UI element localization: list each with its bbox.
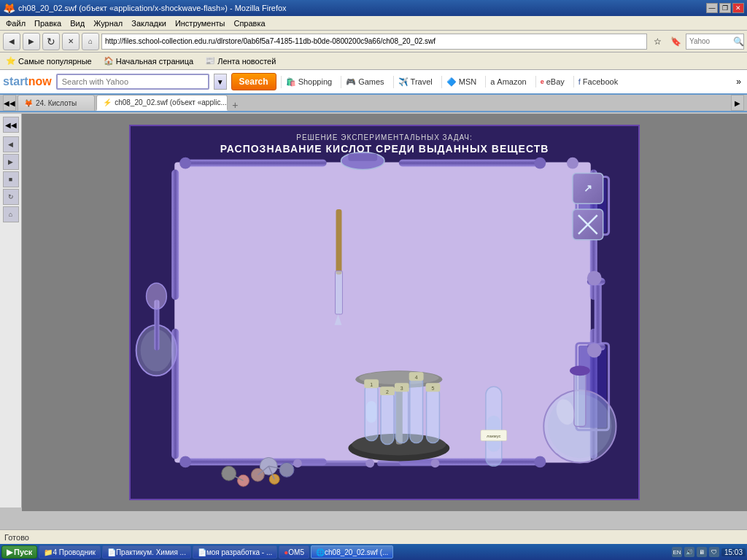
svg-rect-75 [574,372,586,426]
menu-edit[interactable]: Правка [30,18,66,29]
back-button[interactable]: ◀ [3,33,20,50]
tab-1-acids[interactable]: 🦊 24. Кислоты ✕ [18,95,95,111]
games-link[interactable]: 🎮 Games [341,76,388,88]
tray-network[interactable]: 🖥 [697,547,707,557]
menubar: Файл Правка Вид Журнал Закладки Инструме… [0,16,747,31]
svg-point-76 [570,365,590,376]
statusbar: Готово [0,529,747,544]
expand-toolbar-button[interactable]: » [733,75,744,88]
sidebar-stop-button[interactable]: ■ [3,171,19,187]
tray-lang[interactable]: EN [672,547,682,557]
home-button[interactable]: ⌂ [82,33,99,50]
svg-point-10 [179,158,191,169]
status-text: Готово [4,533,29,542]
titlebar-left: 🦊 ch08_20_02.swf (объект «application/x-… [3,2,287,14]
msn-icon: 🔷 [446,77,457,87]
om5-label: OM5 [288,548,304,556]
svg-point-12 [179,456,191,467]
amazon-link[interactable]: a Amazon [485,76,530,88]
sidebar-toggle-button[interactable]: ◀◀ [3,117,19,133]
content-area: ↗ [22,114,747,511]
svg-rect-57 [381,390,394,444]
svg-rect-63 [410,376,423,443]
svg-rect-15 [348,154,377,161]
games-icon: 🎮 [346,77,356,87]
start-button[interactable]: ▶ Пуск [1,545,37,559]
star-bookmark-icon: ⭐ [6,56,16,66]
svg-rect-60 [395,386,409,443]
razrabotka-label: моя разработка - ... [206,548,272,556]
amazon-icon: a [490,77,495,86]
tab-nav-left[interactable]: ◀◀ [3,95,16,111]
search-dropdown-button[interactable]: ▼ [214,74,227,90]
tab-2-flash[interactable]: ⚡ ch08_20_02.swf (объект «applic...») ✕ [96,95,228,111]
tray-security[interactable]: 🛡 [709,547,719,557]
search-box-container: 🔍 [686,34,744,50]
ebay-icon: e [541,78,544,85]
svg-rect-2 [182,160,326,167]
firefox-icon: 🦊 [3,2,15,14]
taskbar-explorer[interactable]: 📁 4 Проводник [39,545,101,559]
bookmark-home[interactable]: 🏠 Начальная страница [101,55,196,67]
menu-help[interactable]: Справка [229,18,269,29]
menu-history[interactable]: Журнал [89,18,127,29]
svg-rect-66 [427,386,440,443]
add-tab-button[interactable]: + [229,99,241,111]
taskbar-praktikum[interactable]: 📄 Практикум. Химия ... [102,545,191,559]
bookmark-news[interactable]: 📰 Лента новостей [202,55,279,67]
bookmark-popular[interactable]: ⭐ Самые популярные [3,55,95,67]
address-bar[interactable] [101,34,647,50]
sidebar-back-button[interactable]: ◀ [3,136,19,152]
bookmark-news-label: Лента новостей [217,57,276,66]
window-title: ch08_20_02.swf (объект «application/x-sh… [18,4,287,12]
system-clock: 15:03 [721,548,746,556]
svg-rect-6 [171,170,179,300]
facebook-icon: f [578,77,581,86]
menu-view[interactable]: Вид [66,18,89,29]
close-button[interactable]: ✕ [732,3,744,13]
msn-link[interactable]: 🔷 MSN [441,76,481,88]
forward-button[interactable]: ▶ [23,33,40,50]
taskbar-razrabotka[interactable]: 📄 моя разработка - ... [193,545,277,559]
taskbar-om5[interactable]: ● OM5 [279,545,309,559]
praktikum-icon: 📄 [107,548,116,556]
minimize-button[interactable]: — [706,3,718,13]
svg-rect-3 [399,160,543,167]
tabsbar: ◀◀ 🦊 24. Кислоты ✕ ⚡ ch08_20_02.swf (объ… [0,95,747,112]
flash-taskbar-icon: 🌐 [316,548,325,556]
flash-content[interactable]: ↗ [129,125,640,500]
razrabotka-icon: 📄 [198,548,206,556]
start-icon: ▶ [7,548,12,557]
yahoo-search-input[interactable] [56,74,209,90]
shopping-icon: 🛍️ [286,77,296,87]
facebook-link[interactable]: f Facebook [573,76,622,88]
search-button[interactable]: Search [231,73,276,90]
travel-link[interactable]: ✈️ Travel [393,76,437,88]
menu-tools[interactable]: Инструменты [171,18,230,29]
search-icon: 🔍 [733,36,744,47]
tab-nav-right[interactable]: ▶ [731,95,744,111]
taskbar-flash[interactable]: 🌐 ch08_20_02.swf (... [311,545,393,559]
svg-point-29 [147,283,167,309]
maximize-button[interactable]: ❐ [719,3,731,13]
sidebar-forward-button[interactable]: ▶ [3,154,19,170]
ebay-link[interactable]: e eBay [535,76,569,88]
svg-rect-54 [366,401,376,423]
sidebar-home-button[interactable]: ⌂ [3,206,19,222]
bookmark-icon[interactable]: 🔖 [667,34,684,50]
stop-button[interactable]: ✕ [62,33,80,50]
reload-button[interactable]: ↻ [42,33,60,50]
shopping-link[interactable]: 🛍️ Shopping [281,76,337,88]
svg-point-82 [587,343,602,358]
tab2-label: ch08_20_02.swf (объект «applic...») [115,98,228,106]
svg-point-37 [238,475,249,486]
tray-speaker[interactable]: 🔊 [684,547,694,557]
star-icon[interactable]: ☆ [649,34,665,50]
navbar: ◀ ▶ ↻ ✕ ⌂ ☆ 🔖 🔍 [0,31,747,52]
browser-search-input[interactable] [689,37,733,45]
menu-bookmarks[interactable]: Закладки [127,18,171,29]
bookmark-home-label: Начальная страница [116,57,193,66]
menu-file[interactable]: Файл [1,18,30,29]
sidebar-reload-button[interactable]: ↻ [3,189,19,205]
travel-icon: ✈️ [398,77,409,87]
